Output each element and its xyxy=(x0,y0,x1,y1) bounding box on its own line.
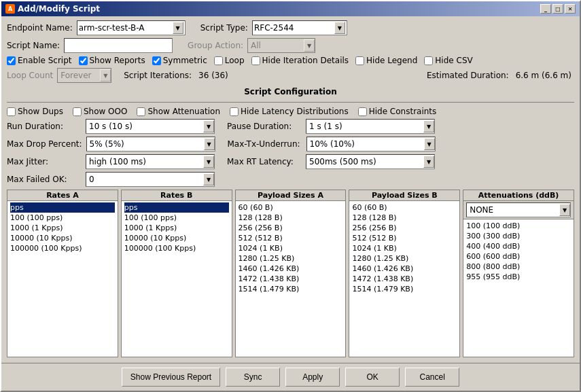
show-attenuation-checkbox-label[interactable]: Show Attenuation xyxy=(137,107,220,116)
hide-constraints-checkbox[interactable] xyxy=(358,107,367,116)
payload-a-item-1[interactable]: 128 (128 B) xyxy=(239,213,343,223)
rates-a-item-4[interactable]: 100000 (100 Kpps) xyxy=(10,243,115,253)
script-type-dropdown[interactable]: RFC-2544 ▼ xyxy=(252,20,347,35)
script-name-label: Script Name: xyxy=(7,41,60,50)
hide-legend-checkbox-label[interactable]: Hide Legend xyxy=(355,56,417,65)
attenuation-item-4[interactable]: 800 (800 ddB) xyxy=(466,262,571,272)
symmetric-checkbox[interactable] xyxy=(152,56,161,65)
hide-iteration-checkbox-label[interactable]: Hide Iteration Details xyxy=(251,56,349,65)
attenuations-list[interactable]: 100 (100 ddB) 300 (300 ddB) 400 (400 ddB… xyxy=(463,219,574,357)
payload-b-item-3[interactable]: 512 (512 B) xyxy=(352,233,457,243)
group-action-label: Group Action: xyxy=(188,41,243,50)
ok-button[interactable]: OK xyxy=(345,368,400,387)
attenuations-dropdown[interactable]: NONE ▼ xyxy=(466,202,571,217)
rates-b-item-0[interactable]: pps xyxy=(124,202,229,213)
show-reports-checkbox-label[interactable]: Show Reports xyxy=(79,56,145,65)
show-dups-checkbox-label[interactable]: Show Dups xyxy=(7,107,63,116)
row-drop-underrun: Max Drop Percent: 5% (5%) ▼ Max-Tx-Under… xyxy=(7,137,574,152)
show-ooo-checkbox-label[interactable]: Show OOO xyxy=(73,107,128,116)
cancel-button[interactable]: Cancel xyxy=(405,368,459,387)
loop-checkbox-label[interactable]: Loop xyxy=(214,56,245,65)
attenuation-item-0[interactable]: 100 (100 ddB) xyxy=(466,221,571,231)
rates-b-item-4[interactable]: 100000 (100 Kpps) xyxy=(124,243,229,253)
show-reports-checkbox[interactable] xyxy=(79,56,88,65)
payload-b-item-6[interactable]: 1460 (1.426 KB) xyxy=(352,264,457,274)
hide-csv-checkbox-label[interactable]: Hide CSV xyxy=(424,56,472,65)
attenuation-item-2[interactable]: 400 (400 ddB) xyxy=(466,241,571,251)
max-failed-dropdown[interactable]: 0 ▼ xyxy=(86,172,215,187)
hide-constraints-checkbox-label[interactable]: Hide Constraints xyxy=(358,107,437,116)
rates-a-item-3[interactable]: 10000 (10 Kpps) xyxy=(10,233,115,243)
payload-a-item-8[interactable]: 1514 (1.479 KB) xyxy=(239,284,343,294)
payload-b-item-1[interactable]: 128 (128 B) xyxy=(352,213,457,223)
rates-b-content[interactable]: pps 100 (100 pps) 1000 (1 Kpps) 10000 (1… xyxy=(122,201,232,357)
rates-a-item-0[interactable]: pps xyxy=(10,202,115,213)
max-tx-arrow: ▼ xyxy=(424,138,435,150)
max-tx-dropdown[interactable]: 10% (10%) ▼ xyxy=(306,137,436,152)
rates-a-item-2[interactable]: 1000 (1 Kpps) xyxy=(10,223,115,233)
show-attenuation-checkbox[interactable] xyxy=(137,107,145,116)
sync-button[interactable]: Sync xyxy=(226,368,280,387)
show-previous-report-button[interactable]: Show Previous Report xyxy=(122,368,220,387)
rates-a-content[interactable]: pps 100 (100 pps) 1000 (1 Kpps) 10000 (1… xyxy=(7,201,118,357)
payload-a-content[interactable]: 60 (60 B) 128 (128 B) 256 (256 B) 512 (5… xyxy=(236,201,346,357)
max-drop-dropdown[interactable]: 5% (5%) ▼ xyxy=(86,137,215,152)
payload-b-item-2[interactable]: 256 (256 B) xyxy=(352,223,457,233)
show-ooo-checkbox[interactable] xyxy=(73,107,82,116)
rates-b-item-1[interactable]: 100 (100 pps) xyxy=(124,213,229,223)
show-dups-checkbox[interactable] xyxy=(7,107,16,116)
payload-b-box: Payload Sizes B 60 (60 B) 128 (128 B) 25… xyxy=(349,190,460,357)
close-button[interactable]: ✕ xyxy=(565,4,576,14)
run-duration-dropdown[interactable]: 10 s (10 s) ▼ xyxy=(86,119,215,134)
enable-script-checkbox[interactable] xyxy=(7,56,16,65)
payload-a-item-7[interactable]: 1472 (1.438 KB) xyxy=(239,274,343,284)
payload-a-item-2[interactable]: 256 (256 B) xyxy=(239,223,343,233)
hide-iteration-checkbox[interactable] xyxy=(251,56,260,65)
payload-b-item-0[interactable]: 60 (60 B) xyxy=(352,202,457,213)
payload-a-item-5[interactable]: 1280 (1.25 KB) xyxy=(239,253,343,264)
payload-b-item-8[interactable]: 1514 (1.479 KB) xyxy=(352,284,457,294)
run-duration-arrow: ▼ xyxy=(203,120,214,132)
payload-a-item-4[interactable]: 1024 (1 KB) xyxy=(239,243,343,253)
minimize-button[interactable]: _ xyxy=(540,4,551,14)
maximize-button[interactable]: □ xyxy=(552,4,563,14)
script-name-input[interactable]: my-script xyxy=(64,38,173,53)
endpoint-name-dropdown[interactable]: arm-scr-test-B-A ▼ xyxy=(77,20,186,35)
loop-count-label: Loop Count xyxy=(7,71,53,80)
hide-csv-checkbox[interactable] xyxy=(424,56,433,65)
payload-b-content[interactable]: 60 (60 B) 128 (128 B) 256 (256 B) 512 (5… xyxy=(349,201,459,357)
pause-duration-dropdown[interactable]: 1 s (1 s) ▼ xyxy=(306,119,435,134)
max-jitter-dropdown[interactable]: high (100 ms) ▼ xyxy=(86,154,215,169)
payload-a-item-3[interactable]: 512 (512 B) xyxy=(239,233,343,243)
max-tx-label: Max-Tx-Underrun: xyxy=(228,139,302,149)
payload-a-title: Payload Sizes A xyxy=(236,190,346,201)
enable-script-checkbox-label[interactable]: Enable Script xyxy=(7,56,72,65)
hide-latency-checkbox-label[interactable]: Hide Latency Distributions xyxy=(230,107,349,116)
hide-latency-checkbox[interactable] xyxy=(230,107,239,116)
payload-b-item-4[interactable]: 1024 (1 KB) xyxy=(352,243,457,253)
rates-b-item-2[interactable]: 1000 (1 Kpps) xyxy=(124,223,229,233)
loop-count-dropdown[interactable]: Forever ▼ xyxy=(57,68,111,83)
row-loop-iterations: Loop Count Forever ▼ Script Iterations: … xyxy=(7,68,574,83)
rates-a-item-1[interactable]: 100 (100 pps) xyxy=(10,213,115,223)
attenuation-item-5[interactable]: 955 (955 ddB) xyxy=(466,272,571,282)
payload-a-item-6[interactable]: 1460 (1.426 KB) xyxy=(239,264,343,274)
pause-duration-label: Pause Duration: xyxy=(227,122,302,131)
max-rt-latency-dropdown[interactable]: 500ms (500 ms) ▼ xyxy=(306,154,435,169)
row-durations: Run Duration: 10 s (10 s) ▼ Pause Durati… xyxy=(7,119,574,134)
rates-b-item-3[interactable]: 10000 (10 Kpps) xyxy=(124,233,229,243)
apply-button[interactable]: Apply xyxy=(285,368,340,387)
payload-b-item-7[interactable]: 1472 (1.438 KB) xyxy=(352,274,457,284)
attenuation-item-3[interactable]: 600 (600 ddB) xyxy=(466,251,571,262)
payload-a-item-0[interactable]: 60 (60 B) xyxy=(239,202,343,213)
loop-count-arrow: ▼ xyxy=(100,69,111,82)
symmetric-checkbox-label[interactable]: Symmetric xyxy=(152,56,207,65)
loop-checkbox[interactable] xyxy=(214,56,223,65)
attenuation-item-1[interactable]: 300 (300 ddB) xyxy=(466,231,571,241)
payload-b-item-5[interactable]: 1280 (1.25 KB) xyxy=(352,253,457,264)
rates-section: Rates A pps 100 (100 pps) 1000 (1 Kpps) … xyxy=(7,190,574,357)
group-action-dropdown[interactable]: All ▼ xyxy=(247,38,315,53)
section-divider xyxy=(7,102,574,103)
hide-legend-checkbox[interactable] xyxy=(355,56,364,65)
row-scriptname-groupaction: Script Name: my-script Group Action: All… xyxy=(7,38,574,53)
